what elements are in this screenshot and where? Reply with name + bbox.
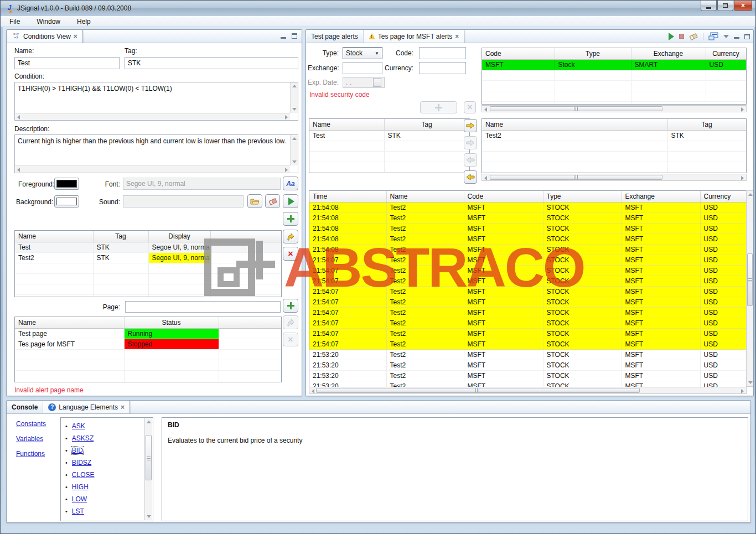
table-row[interactable]: 21:54:07Test2MSFTSTOCKMSFTUSD — [309, 318, 747, 328]
table-row[interactable]: 21:54:07Test2MSFTSTOCKMSFTUSD — [309, 276, 747, 286]
tab-tes-page-for-msft-alerts[interactable]: Tes page for MSFT alerts × — [364, 30, 465, 43]
title-bar[interactable]: J JSignal v1.0.0 - Build 089 / 09.03.200… — [1, 1, 755, 16]
language-element-link[interactable]: LSTSZ — [72, 520, 92, 521]
tab-language-elements[interactable]: ? Language Elements × — [43, 401, 130, 413]
view-menu-chevron-icon[interactable] — [723, 35, 729, 38]
scroll-down-icon[interactable] — [292, 108, 297, 111]
table-row[interactable]: TestSTKSegoe UI, 9, normal — [15, 242, 281, 252]
close-icon[interactable]: × — [121, 403, 125, 411]
menu-window[interactable]: Window — [34, 17, 63, 26]
close-icon[interactable]: × — [455, 33, 459, 40]
description-textarea[interactable]: Current high is higher than the previous… — [14, 134, 298, 173]
tab-console[interactable]: Console — [7, 401, 43, 413]
window-maximize-button[interactable] — [717, 1, 733, 11]
table-row[interactable]: 21:54:08Test2MSFTSTOCKMSFTUSD — [309, 223, 747, 234]
font-picker-button[interactable]: Aa — [283, 177, 298, 190]
scrollbar-thumb[interactable] — [490, 106, 662, 111]
table-row[interactable]: 21:54:08Test2MSFTSTOCKMSFTUSD — [309, 212, 747, 223]
scroll-left-icon[interactable] — [484, 176, 487, 180]
table-row[interactable]: Test2STKSegoe UI, 9, normal — [15, 252, 281, 263]
minimize-view-icon[interactable] — [734, 34, 739, 39]
assign-condition-button[interactable] — [464, 119, 477, 132]
condition-text[interactable]: T1HIGH(0) > T1HIGH(1) && T1LOW(0) < T1LO… — [18, 85, 288, 92]
tag-input[interactable] — [125, 57, 298, 69]
currency-input[interactable] — [419, 62, 466, 74]
table-row[interactable]: Tes page for MSFTStopped — [15, 339, 281, 349]
language-element-item[interactable]: •LSTSZ — [65, 517, 143, 521]
condition-textarea[interactable]: T1HIGH(0) > T1HIGH(1) && T1LOW(0) < T1LO… — [14, 82, 298, 121]
scroll-left-icon[interactable] — [17, 115, 20, 120]
scroll-down-icon[interactable] — [292, 160, 297, 163]
play-sound-button[interactable] — [283, 194, 298, 208]
language-element-link[interactable]: CLOSE — [72, 471, 95, 479]
table-row[interactable]: 21:54:07Test2MSFTSTOCKMSFTUSD — [309, 328, 747, 339]
table-row[interactable]: 21:54:07Test2MSFTSTOCKMSFTUSD — [309, 286, 747, 297]
horizontal-scrollbar[interactable] — [15, 165, 290, 173]
category-link-constants[interactable]: Constants — [16, 420, 46, 428]
browse-sound-button[interactable] — [247, 194, 262, 208]
table-row[interactable]: Test2STK — [482, 130, 746, 141]
table-row[interactable]: Test pageRunning — [15, 328, 281, 339]
maximize-view-icon[interactable] — [292, 33, 297, 39]
scrollbar-thumb[interactable] — [747, 253, 753, 306]
maximize-view-icon[interactable] — [744, 34, 750, 39]
scroll-up-icon[interactable] — [748, 193, 753, 196]
scroll-right-icon[interactable] — [285, 168, 288, 172]
category-link-functions[interactable]: Functions — [16, 450, 45, 458]
vertical-scrollbar[interactable] — [290, 82, 298, 113]
table-row[interactable]: 21:53:20Test2MSFTSTOCKMSFTUSD — [309, 381, 747, 387]
background-color-button[interactable] — [54, 195, 79, 208]
language-element-item[interactable]: •HIGH — [65, 481, 143, 493]
table-row[interactable]: 21:54:07Test2MSFTSTOCKMSFTUSD — [309, 307, 747, 318]
language-element-link[interactable]: LST — [72, 507, 84, 515]
language-element-item[interactable]: •BIDSZ — [65, 457, 143, 469]
scrollbar-thumb[interactable] — [146, 435, 152, 480]
name-input[interactable] — [14, 57, 120, 69]
add-page-button[interactable] — [283, 299, 298, 313]
horizontal-scrollbar[interactable] — [15, 113, 290, 120]
scroll-down-icon[interactable] — [748, 381, 753, 384]
language-element-item[interactable]: •BID — [65, 444, 143, 457]
table-row[interactable]: 21:53:20Test2MSFTSTOCKMSFTUSD — [309, 349, 747, 360]
list-vscrollbar[interactable] — [144, 418, 152, 520]
scrollbar-thumb[interactable] — [316, 388, 640, 393]
description-text[interactable]: Current high is higher than the previous… — [18, 137, 288, 145]
language-element-link[interactable]: BID — [72, 447, 83, 454]
tab-test-page-alerts[interactable]: Test page alerts — [306, 30, 364, 43]
close-icon[interactable]: × — [74, 33, 77, 40]
table-row[interactable]: 21:54:08Test2MSFTSTOCKMSFTUSD — [309, 202, 747, 212]
remove-condition-button[interactable] — [464, 170, 477, 184]
console-view-icon[interactable] — [708, 32, 718, 40]
securities-hscrollbar[interactable] — [481, 105, 747, 112]
language-element-link[interactable]: LOW — [72, 495, 87, 503]
tab-conditions-view[interactable]: x+y=? Conditions View × — [7, 30, 83, 43]
table-row[interactable]: 21:54:07Test2MSFTSTOCKMSFTUSD — [309, 265, 747, 276]
code-input[interactable] — [419, 47, 466, 59]
alerts-vscrollbar[interactable] — [746, 190, 754, 387]
language-element-item[interactable]: •CLOSE — [65, 469, 143, 481]
page-input[interactable] — [125, 301, 281, 313]
scroll-right-icon[interactable] — [741, 176, 744, 180]
table-row[interactable]: 21:54:07Test2MSFTSTOCKMSFTUSD — [309, 255, 747, 265]
exchange-input[interactable] — [343, 62, 382, 74]
category-link-variables[interactable]: Variables — [16, 435, 43, 443]
scroll-up-icon[interactable] — [292, 137, 297, 140]
scroll-left-icon[interactable] — [312, 389, 314, 393]
selected-hscrollbar[interactable] — [481, 174, 747, 181]
language-element-link[interactable]: HIGH — [72, 483, 89, 491]
language-element-item[interactable]: •ASKSZ — [65, 432, 143, 444]
scrollbar-thumb[interactable] — [490, 175, 662, 180]
scroll-up-icon[interactable] — [292, 85, 297, 87]
table-row[interactable]: 21:53:20Test2MSFTSTOCKMSFTUSD — [309, 360, 747, 370]
table-row[interactable]: 21:54:07Test2MSFTSTOCKMSFTUSD — [309, 297, 747, 307]
table-row[interactable]: 21:54:08Test2MSFTSTOCKMSFTUSD — [309, 244, 747, 255]
scroll-up-icon[interactable] — [147, 421, 151, 423]
language-element-item[interactable]: •LST — [65, 505, 143, 517]
foreground-color-button[interactable] — [54, 178, 79, 190]
scroll-right-icon[interactable] — [285, 115, 288, 120]
language-element-link[interactable]: ASKSZ — [72, 434, 94, 442]
language-element-item[interactable]: •ASK — [65, 420, 143, 432]
menu-help[interactable]: Help — [75, 17, 93, 26]
vertical-scrollbar[interactable] — [290, 135, 298, 165]
alerts-hscrollbar[interactable] — [309, 387, 747, 394]
